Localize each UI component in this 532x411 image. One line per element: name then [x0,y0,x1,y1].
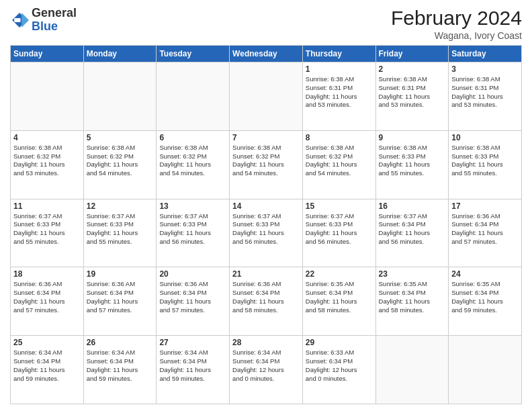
svg-rect-2 [14,18,20,22]
title-block: February 2024 Wagana, Ivory Coast [391,7,522,41]
day-number: 26 [87,338,154,347]
day-info: Sunrise: 6:34 AM Sunset: 6:34 PM Dayligh… [13,349,81,383]
day-number: 24 [451,269,519,279]
day-info: Sunrise: 6:38 AM Sunset: 6:33 PM Dayligh… [451,144,519,178]
calendar-cell: 6Sunrise: 6:38 AM Sunset: 6:32 PM Daylig… [157,130,230,199]
weekday-header: Friday [375,46,449,62]
calendar-cell [83,62,157,131]
day-info: Sunrise: 6:38 AM Sunset: 6:31 PM Dayligh… [451,75,519,109]
day-info: Sunrise: 6:37 AM Sunset: 6:34 PM Dayligh… [379,212,446,246]
day-info: Sunrise: 6:36 AM Sunset: 6:34 PM Dayligh… [13,280,81,314]
day-info: Sunrise: 6:38 AM Sunset: 6:32 PM Dayligh… [232,144,300,178]
logo-text: General Blue [32,7,77,34]
day-info: Sunrise: 6:37 AM Sunset: 6:33 PM Dayligh… [87,212,154,246]
calendar-cell [449,336,522,404]
day-number: 23 [379,269,446,279]
calendar-cell: 18Sunrise: 6:36 AM Sunset: 6:34 PM Dayli… [11,267,84,336]
calendar-week-row: 4Sunrise: 6:38 AM Sunset: 6:32 PM Daylig… [11,130,522,199]
day-info: Sunrise: 6:37 AM Sunset: 6:33 PM Dayligh… [159,212,226,246]
calendar-cell [375,336,449,404]
weekday-header-row: SundayMondayTuesdayWednesdayThursdayFrid… [11,46,522,62]
day-info: Sunrise: 6:38 AM Sunset: 6:31 PM Dayligh… [306,75,373,109]
day-number: 25 [13,338,81,347]
weekday-header: Tuesday [157,46,230,62]
calendar-cell: 3Sunrise: 6:38 AM Sunset: 6:31 PM Daylig… [449,62,522,131]
calendar-cell: 20Sunrise: 6:36 AM Sunset: 6:34 PM Dayli… [157,267,230,336]
calendar-cell: 17Sunrise: 6:36 AM Sunset: 6:34 PM Dayli… [449,199,522,267]
svg-marker-1 [21,13,29,28]
day-number: 9 [379,133,446,142]
calendar-cell: 7Sunrise: 6:38 AM Sunset: 6:32 PM Daylig… [230,130,303,199]
calendar-cell [11,62,84,131]
calendar-cell: 10Sunrise: 6:38 AM Sunset: 6:33 PM Dayli… [449,130,522,199]
calendar-cell: 24Sunrise: 6:35 AM Sunset: 6:34 PM Dayli… [449,267,522,336]
calendar-cell: 14Sunrise: 6:37 AM Sunset: 6:33 PM Dayli… [230,199,303,267]
day-number: 28 [232,338,300,347]
day-info: Sunrise: 6:34 AM Sunset: 6:34 PM Dayligh… [87,349,154,383]
day-number: 20 [159,269,226,279]
day-info: Sunrise: 6:35 AM Sunset: 6:34 PM Dayligh… [379,280,446,314]
calendar-cell: 22Sunrise: 6:35 AM Sunset: 6:34 PM Dayli… [302,267,375,336]
day-number: 6 [159,133,226,142]
day-number: 12 [87,201,154,211]
day-number: 7 [232,133,300,142]
day-info: Sunrise: 6:37 AM Sunset: 6:33 PM Dayligh… [306,212,373,246]
day-number: 21 [232,269,300,279]
day-number: 4 [13,133,81,142]
logo: General Blue [10,7,77,34]
logo-icon [10,11,29,30]
day-number: 15 [306,201,373,211]
calendar-week-row: 25Sunrise: 6:34 AM Sunset: 6:34 PM Dayli… [11,336,522,404]
header: General Blue February 2024 Wagana, Ivory… [10,7,522,41]
weekday-header: Thursday [302,46,375,62]
calendar-cell: 16Sunrise: 6:37 AM Sunset: 6:34 PM Dayli… [375,199,449,267]
day-info: Sunrise: 6:38 AM Sunset: 6:32 PM Dayligh… [306,144,373,178]
day-number: 18 [13,269,81,279]
day-info: Sunrise: 6:38 AM Sunset: 6:33 PM Dayligh… [379,144,446,178]
day-info: Sunrise: 6:36 AM Sunset: 6:34 PM Dayligh… [232,280,300,314]
calendar-cell: 13Sunrise: 6:37 AM Sunset: 6:33 PM Dayli… [157,199,230,267]
day-info: Sunrise: 6:35 AM Sunset: 6:34 PM Dayligh… [306,280,373,314]
page: General Blue February 2024 Wagana, Ivory… [0,0,532,411]
calendar-cell: 2Sunrise: 6:38 AM Sunset: 6:31 PM Daylig… [375,62,449,131]
day-info: Sunrise: 6:38 AM Sunset: 6:32 PM Dayligh… [159,144,226,178]
calendar-cell: 9Sunrise: 6:38 AM Sunset: 6:33 PM Daylig… [375,130,449,199]
weekday-header: Saturday [449,46,522,62]
day-number: 11 [13,201,81,211]
day-info: Sunrise: 6:37 AM Sunset: 6:33 PM Dayligh… [232,212,300,246]
day-number: 13 [159,201,226,211]
day-info: Sunrise: 6:36 AM Sunset: 6:34 PM Dayligh… [159,280,226,314]
calendar-cell: 25Sunrise: 6:34 AM Sunset: 6:34 PM Dayli… [11,336,84,404]
day-info: Sunrise: 6:38 AM Sunset: 6:32 PM Dayligh… [13,144,81,178]
calendar-week-row: 11Sunrise: 6:37 AM Sunset: 6:33 PM Dayli… [11,199,522,267]
calendar-cell: 26Sunrise: 6:34 AM Sunset: 6:34 PM Dayli… [83,336,157,404]
day-number: 16 [379,201,446,211]
weekday-header: Wednesday [230,46,303,62]
month-year: February 2024 [391,7,522,29]
day-info: Sunrise: 6:36 AM Sunset: 6:34 PM Dayligh… [87,280,154,314]
calendar-cell: 27Sunrise: 6:34 AM Sunset: 6:34 PM Dayli… [157,336,230,404]
day-number: 29 [306,338,373,347]
day-number: 19 [87,269,154,279]
calendar-week-row: 18Sunrise: 6:36 AM Sunset: 6:34 PM Dayli… [11,267,522,336]
calendar-cell [230,62,303,131]
day-number: 17 [451,201,519,211]
day-number: 3 [451,64,519,74]
calendar-cell: 28Sunrise: 6:34 AM Sunset: 6:34 PM Dayli… [230,336,303,404]
calendar-cell: 23Sunrise: 6:35 AM Sunset: 6:34 PM Dayli… [375,267,449,336]
day-number: 27 [159,338,226,347]
calendar-cell: 12Sunrise: 6:37 AM Sunset: 6:33 PM Dayli… [83,199,157,267]
calendar-table: SundayMondayTuesdayWednesdayThursdayFrid… [10,45,522,404]
calendar-cell: 1Sunrise: 6:38 AM Sunset: 6:31 PM Daylig… [302,62,375,131]
day-number: 2 [379,64,446,74]
calendar-cell [157,62,230,131]
day-info: Sunrise: 6:34 AM Sunset: 6:34 PM Dayligh… [232,349,300,383]
weekday-header: Sunday [11,46,84,62]
calendar-cell: 4Sunrise: 6:38 AM Sunset: 6:32 PM Daylig… [11,130,84,199]
day-number: 1 [306,64,373,74]
day-info: Sunrise: 6:34 AM Sunset: 6:34 PM Dayligh… [159,349,226,383]
calendar-cell: 5Sunrise: 6:38 AM Sunset: 6:32 PM Daylig… [83,130,157,199]
day-info: Sunrise: 6:38 AM Sunset: 6:31 PM Dayligh… [379,75,446,109]
day-number: 22 [306,269,373,279]
weekday-header: Monday [83,46,157,62]
